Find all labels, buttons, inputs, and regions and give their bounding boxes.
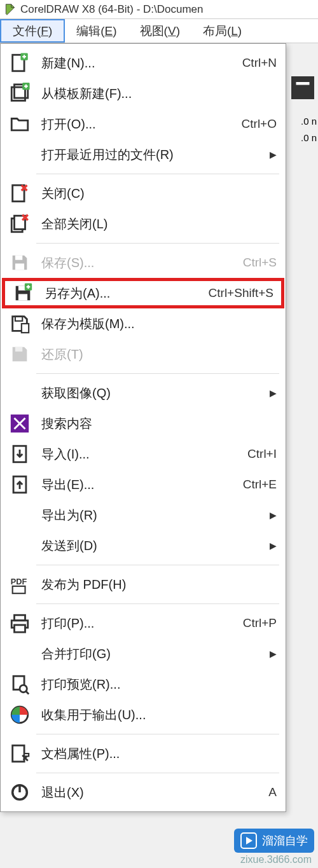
menu-view[interactable]: 视图(V) <box>128 19 191 43</box>
new-template-icon <box>7 83 32 104</box>
save-icon <box>7 252 32 273</box>
export-icon <box>7 474 32 495</box>
menu-label: 打开最近用过的文件(R) <box>41 146 265 163</box>
svg-rect-29 <box>13 745 24 762</box>
menu-label: 导入(I)... <box>41 446 241 463</box>
menu-label: 关闭(C) <box>41 185 277 202</box>
menu-separator <box>36 603 279 604</box>
menu-shortcut: Ctrl+S <box>243 256 277 270</box>
menu-label: 导出为(R) <box>41 507 265 524</box>
menu-item-17[interactable]: 导出为(R)▶ <box>2 500 284 530</box>
new-doc-icon <box>7 52 32 74</box>
menu-item-23[interactable]: 合并打印(G)▶ <box>2 638 284 669</box>
svg-rect-13 <box>18 294 27 300</box>
svg-rect-22 <box>13 586 25 593</box>
menu-shortcut: Ctrl+N <box>242 56 277 70</box>
chevron-right-icon: ▶ <box>270 541 277 551</box>
menu-label: 打印(P)... <box>41 615 237 632</box>
menu-label: 打开(O)... <box>41 116 235 133</box>
menu-label: 文档属性(P)... <box>41 745 277 762</box>
menu-label: 另存为(A)... <box>45 285 202 302</box>
menu-label: 保存为模版(M)... <box>41 315 277 333</box>
menu-item-20[interactable]: PDF发布为 PDF(H) <box>2 569 284 600</box>
watermark-badge: 溜溜自学 <box>234 829 314 853</box>
toolbar-icon[interactable] <box>291 76 314 99</box>
menu-separator <box>36 243 279 244</box>
menu-shortcut: Ctrl+P <box>243 616 277 630</box>
menu-separator <box>36 373 279 374</box>
menu-item-27[interactable]: 文档属性(P)... <box>2 738 284 769</box>
menu-item-8: 保存(S)...Ctrl+S <box>2 247 284 278</box>
pdf-icon: PDF <box>7 574 32 595</box>
play-icon <box>240 832 257 849</box>
search-icon <box>7 413 32 434</box>
blank-icon <box>7 535 32 556</box>
properties-icon <box>7 743 32 764</box>
menu-item-15[interactable]: 导入(I)...Ctrl+I <box>2 439 284 469</box>
title-text: CorelDRAW X8 (64-Bit) - D:\Documen <box>20 3 204 16</box>
print-icon <box>7 612 32 634</box>
menu-edit[interactable]: 编辑(E) <box>65 19 128 43</box>
menu-item-11: 还原(T) <box>2 339 284 369</box>
app-icon <box>4 3 17 16</box>
menu-item-9[interactable]: 另存为(A)...Ctrl+Shift+S <box>2 278 284 308</box>
chevron-right-icon: ▶ <box>270 649 277 659</box>
menu-label: 发布为 PDF(H) <box>41 576 277 593</box>
menu-layout[interactable]: 布局(L) <box>191 19 253 43</box>
menu-label: 发送到(D) <box>41 537 265 555</box>
svg-rect-25 <box>15 625 25 632</box>
print-preview-icon <box>7 673 32 695</box>
menu-item-29[interactable]: 退出(X)A <box>2 777 284 808</box>
blank-icon <box>7 144 32 165</box>
menu-label: 新建(N)... <box>41 55 236 72</box>
menu-item-1[interactable]: 从模板新建(F)... <box>2 78 284 109</box>
menu-item-14[interactable]: 搜索内容 <box>2 408 284 439</box>
save-template-icon <box>7 313 32 334</box>
close-doc-icon <box>7 183 32 204</box>
menu-item-5[interactable]: 关闭(C) <box>2 178 284 209</box>
menu-item-18[interactable]: 发送到(D)▶ <box>2 530 284 561</box>
blank-icon <box>7 382 32 404</box>
menu-separator <box>36 565 279 565</box>
close-all-icon <box>7 213 32 235</box>
menu-item-13[interactable]: 获取图像(Q)▶ <box>2 378 284 408</box>
watermark-text: 溜溜自学 <box>262 833 308 848</box>
menu-item-24[interactable]: 打印预览(R)... <box>2 669 284 699</box>
menu-item-6[interactable]: 全部关闭(L) <box>2 209 284 239</box>
menu-separator <box>36 174 279 174</box>
menu-separator <box>36 773 279 773</box>
svg-rect-12 <box>18 286 25 291</box>
menu-item-2[interactable]: 打开(O)...Ctrl+O <box>2 109 284 139</box>
menu-item-0[interactable]: 新建(N)...Ctrl+N <box>2 48 284 78</box>
menu-label: 保存(S)... <box>41 254 237 272</box>
menu-label: 全部关闭(L) <box>41 216 277 233</box>
menu-item-10[interactable]: 保存为模版(M)... <box>2 308 284 339</box>
menu-label: 从模板新建(F)... <box>41 85 277 102</box>
menu-label: 还原(T) <box>41 346 277 363</box>
revert-icon <box>7 343 32 365</box>
value-1: .0 n <box>301 116 317 127</box>
menu-separator <box>36 734 279 734</box>
menu-label: 收集用于输出(U)... <box>41 706 277 724</box>
menu-item-22[interactable]: 打印(P)...Ctrl+P <box>2 608 284 638</box>
folder-open-icon <box>7 113 32 135</box>
menu-label: 获取图像(Q) <box>41 385 265 402</box>
menu-shortcut: Ctrl+Shift+S <box>209 286 273 300</box>
menu-shortcut: Ctrl+E <box>243 478 277 492</box>
svg-rect-16 <box>22 324 29 333</box>
menu-item-3[interactable]: 打开最近用过的文件(R)▶ <box>2 139 284 170</box>
blank-icon <box>7 643 32 665</box>
blank-icon <box>7 504 32 526</box>
titlebar: CorelDRAW X8 (64-Bit) - D:\Documen <box>0 0 318 19</box>
svg-point-27 <box>20 685 27 692</box>
menu-shortcut: Ctrl+I <box>247 447 277 461</box>
menu-item-16[interactable]: 导出(E)...Ctrl+E <box>2 469 284 500</box>
svg-text:PDF: PDF <box>11 577 27 586</box>
watermark-url: zixue.3d66.com <box>240 854 312 865</box>
chevron-right-icon: ▶ <box>270 149 277 160</box>
menu-item-25[interactable]: 收集用于输出(U)... <box>2 699 284 730</box>
chevron-right-icon: ▶ <box>270 388 277 398</box>
menubar: 文件(F) 编辑(E) 视图(V) 布局(L) <box>0 19 318 43</box>
svg-rect-15 <box>15 317 22 321</box>
menu-file[interactable]: 文件(F) <box>0 19 65 43</box>
